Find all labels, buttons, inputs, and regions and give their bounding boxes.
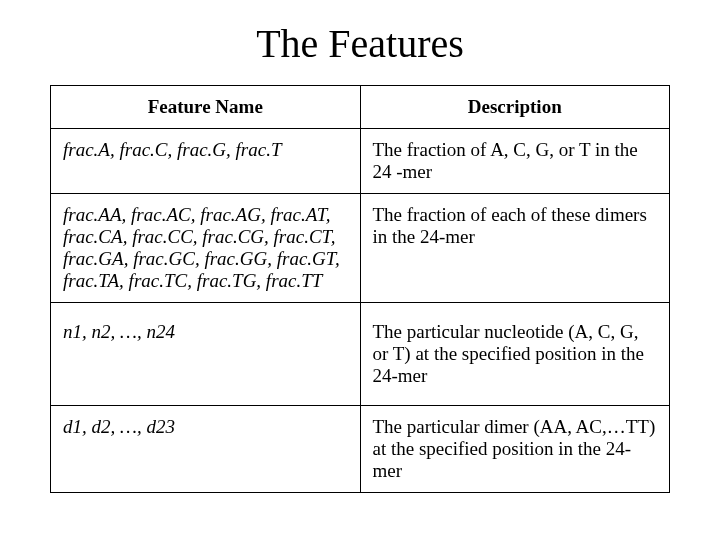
table-row: frac.A, frac.C, frac.G, frac.T The fract… [51, 129, 670, 194]
feature-cell: frac.A, frac.C, frac.G, frac.T [51, 129, 361, 194]
features-table: Feature Name Description frac.A, frac.C,… [50, 85, 670, 493]
description-cell: The particular nucleotide (A, C, G, or T… [360, 303, 670, 406]
page-title: The Features [50, 20, 670, 67]
feature-cell: d1, d2, …, d23 [51, 406, 361, 493]
header-description: Description [360, 86, 670, 129]
table-row: frac.AA, frac.AC, frac.AG, frac.AT, frac… [51, 194, 670, 303]
feature-cell: n1, n2, …, n24 [51, 303, 361, 406]
description-cell: The particular dimer (AA, AC,…TT) at the… [360, 406, 670, 493]
table-header-row: Feature Name Description [51, 86, 670, 129]
table-row: n1, n2, …, n24 The particular nucleotide… [51, 303, 670, 406]
description-cell: The fraction of each of these dimers in … [360, 194, 670, 303]
header-feature-name: Feature Name [51, 86, 361, 129]
table-row: d1, d2, …, d23 The particular dimer (AA,… [51, 406, 670, 493]
feature-cell: frac.AA, frac.AC, frac.AG, frac.AT, frac… [51, 194, 361, 303]
description-cell: The fraction of A, C, G, or T in the 24 … [360, 129, 670, 194]
